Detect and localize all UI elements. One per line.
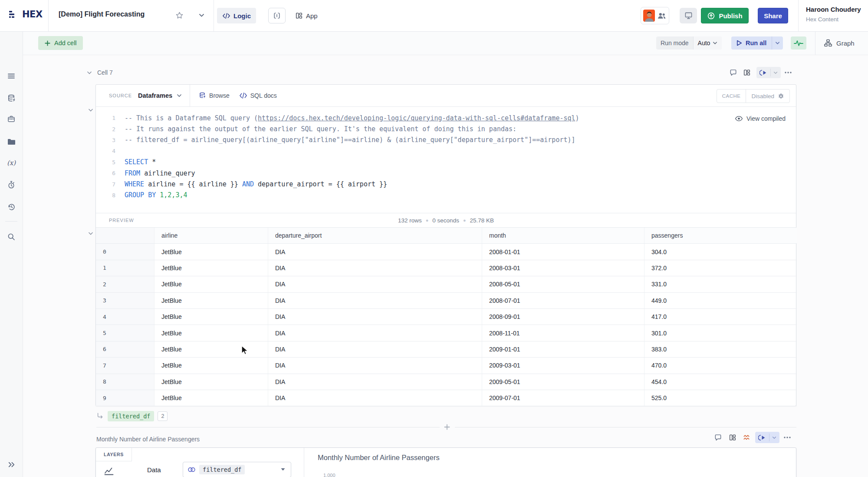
source-row: SOURCE Dataframes Browse SQL docs CACHE …	[96, 85, 796, 107]
collapse-table-icon[interactable]	[88, 232, 93, 235]
table-row[interactable]: 9JetBlueDIA2009-07-01525.0	[96, 390, 797, 406]
run-cell-icon[interactable]	[755, 434, 769, 441]
y-axis-tick-label: 1,000	[323, 473, 335, 477]
table-cell: DIA	[268, 358, 482, 373]
run-cell-icon[interactable]	[756, 69, 770, 76]
graph-view-button[interactable]: Graph	[824, 36, 855, 50]
share-button[interactable]: Share	[758, 8, 788, 23]
column-header[interactable]: month	[482, 228, 644, 243]
table-row[interactable]: 4JetBlueDIA2008-09-01417.0	[96, 309, 797, 325]
insert-cell-plus-icon[interactable]	[444, 424, 450, 431]
column-header[interactable]: passengers	[644, 228, 797, 243]
dataframe-select[interactable]: filtered_df	[183, 462, 291, 477]
layers-label: LAYERS	[104, 452, 124, 457]
cell-layout-icon[interactable]	[728, 433, 737, 442]
column-header[interactable]: departure_airport	[268, 228, 482, 243]
table-cell: 383.0	[644, 341, 797, 357]
browse-link[interactable]: Browse	[199, 92, 230, 99]
source-caret-icon[interactable]	[177, 94, 182, 97]
comment-icon[interactable]	[713, 433, 723, 442]
output-variable-chip[interactable]: filtered_df	[108, 411, 154, 421]
expand-sidebar-icon[interactable]	[6, 459, 16, 470]
files-icon[interactable]	[6, 136, 16, 147]
tab-logic[interactable]: Logic	[217, 8, 256, 23]
run-cell-options-icon[interactable]	[771, 71, 780, 74]
table-row[interactable]: 2JetBlueDIA2008-05-01331.0	[96, 276, 797, 292]
cell-label: Cell 7	[97, 69, 113, 76]
table-cell: 2008-11-01	[482, 325, 644, 341]
row-index: 9	[96, 390, 155, 406]
run-mode-control[interactable]: Run mode Auto	[656, 36, 722, 50]
chevron-down-icon	[775, 41, 780, 45]
table-cell: 2009-05-01	[482, 374, 644, 390]
presence-group[interactable]	[641, 7, 669, 24]
search-icon[interactable]	[6, 232, 16, 242]
plus-icon	[44, 40, 51, 46]
favorite-star-icon[interactable]	[175, 11, 184, 20]
code-icon	[239, 92, 247, 99]
packages-icon[interactable]	[6, 114, 16, 124]
table-row[interactable]: 7JetBlueDIA2009-03-01470.0	[96, 358, 797, 374]
run-all-options-button[interactable]	[772, 36, 783, 50]
scheduled-runs-icon[interactable]	[6, 179, 16, 190]
stale-cell-icon[interactable]	[742, 433, 751, 442]
gear-icon[interactable]	[778, 93, 784, 99]
line-chart-layer-icon[interactable]	[104, 466, 114, 476]
run-all-button[interactable]: Run all	[731, 36, 783, 50]
run-mode-value: Auto	[698, 40, 710, 46]
collapse-code-icon[interactable]	[88, 108, 93, 112]
table-row[interactable]: 6JetBlueDIA2009-01-01383.0	[96, 341, 797, 358]
table-row[interactable]: 5JetBlueDIA2008-11-01301.0	[96, 325, 797, 341]
menu-icon[interactable]	[6, 71, 16, 81]
view-compiled-link[interactable]: View compiled	[735, 115, 786, 122]
tab-app[interactable]: App	[290, 8, 323, 23]
index-column-header[interactable]	[96, 228, 155, 243]
logo-text: HEX	[22, 9, 43, 20]
data-sources-icon[interactable]	[6, 93, 16, 103]
publish-button[interactable]: Publish	[701, 8, 749, 23]
table-row[interactable]: 1JetBlueDIA2008-03-01372.0	[96, 260, 797, 276]
column-header[interactable]: airline	[155, 228, 268, 243]
line-number: 8	[96, 192, 115, 199]
layers-tab[interactable]: LAYERS	[96, 448, 132, 461]
add-cell-button[interactable]: Add cell	[38, 36, 83, 50]
table-body: 0JetBlueDIA2008-01-01304.01JetBlueDIA200…	[96, 244, 797, 406]
kernel-activity-button[interactable]	[791, 36, 806, 50]
line-number: 2	[96, 126, 115, 132]
output-elbow-icon	[96, 412, 104, 420]
run-cell-control[interactable]	[755, 432, 779, 443]
line-number: 7	[96, 181, 115, 188]
table-row[interactable]: 3JetBlueDIA2008-07-01449.0	[96, 293, 797, 309]
table-cell: JetBlue	[155, 260, 268, 276]
table-cell: 2009-07-01	[482, 390, 644, 406]
table-cell: DIA	[268, 390, 482, 406]
more-options-icon[interactable]	[783, 68, 793, 77]
present-mode-button[interactable]	[680, 8, 697, 23]
table-row[interactable]: 0JetBlueDIA2008-01-01304.0	[96, 244, 797, 260]
cell-layout-icon[interactable]	[742, 68, 752, 77]
run-cell-options-icon[interactable]	[769, 436, 779, 439]
cache-badge[interactable]: CACHE Disabled	[717, 89, 790, 103]
sql-docs-link[interactable]: SQL docs	[239, 92, 277, 99]
title-menu-caret-icon[interactable]	[199, 13, 204, 17]
variables-icon[interactable]: (x)	[6, 158, 16, 168]
source-dropdown[interactable]: Dataframes	[138, 92, 172, 99]
code-line: 5SELECT *	[96, 157, 796, 168]
table-cell: JetBlue	[155, 309, 268, 325]
add-cell-divider-line	[455, 427, 796, 427]
run-cell-control[interactable]	[756, 67, 781, 78]
comment-icon[interactable]	[728, 68, 738, 77]
sql-code-editor[interactable]: 1-- This is a Dataframe SQL query (https…	[96, 107, 796, 201]
more-options-icon[interactable]	[783, 433, 792, 442]
history-icon[interactable]	[6, 202, 16, 212]
line-number: 5	[96, 159, 115, 166]
collapse-cell-icon[interactable]	[87, 71, 92, 75]
split-view-button[interactable]	[268, 8, 286, 23]
graph-icon	[824, 39, 832, 47]
hex-logo[interactable]: HEX	[9, 9, 43, 20]
project-title[interactable]: [Demo] Flight Forecasting	[59, 10, 145, 18]
link-icon	[187, 467, 196, 473]
table-row[interactable]: 8JetBlueDIA2009-05-01454.0	[96, 374, 797, 390]
tab-logic-label: Logic	[233, 12, 251, 20]
sql-cell: SOURCE Dataframes Browse SQL docs CACHE …	[95, 84, 796, 406]
